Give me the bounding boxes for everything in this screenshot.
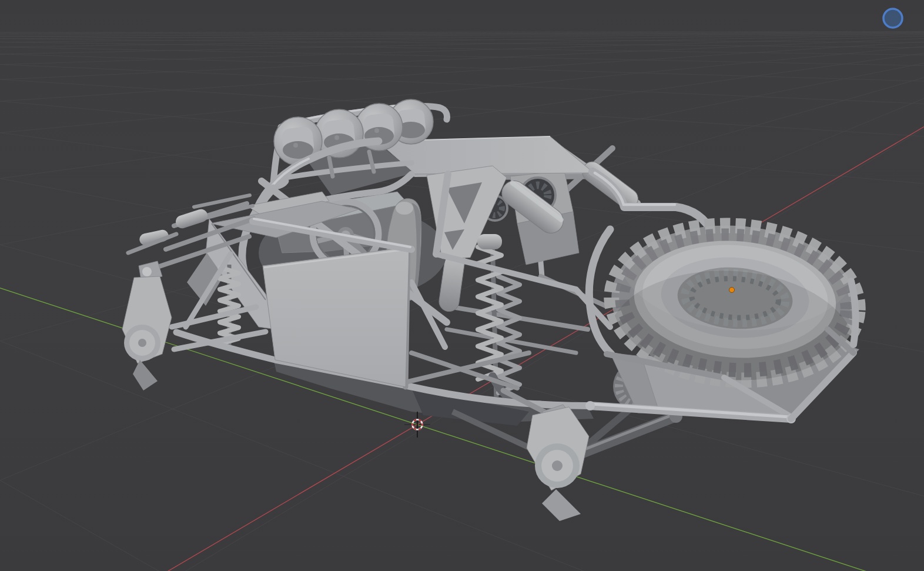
nav-gizmo-axis-ball[interactable]: [883, 9, 902, 28]
3d-viewport[interactable]: [0, 0, 924, 571]
object-origin-point[interactable]: [729, 288, 735, 293]
viewport-canvas[interactable]: [0, 0, 924, 571]
